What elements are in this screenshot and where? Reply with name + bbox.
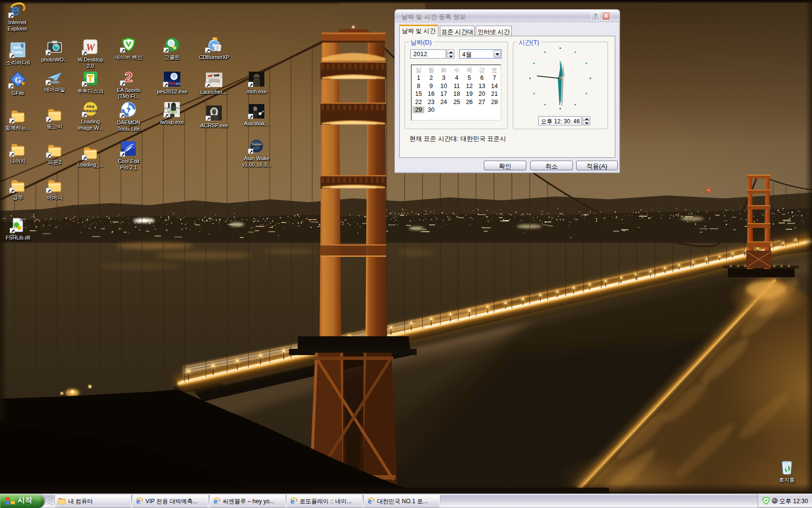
svg-text:FIFA: FIFA bbox=[87, 105, 94, 109]
svg-text:2012: 2012 bbox=[175, 82, 180, 85]
svg-text:sori: sori bbox=[13, 45, 21, 50]
svg-text:6: 6 bbox=[21, 43, 24, 48]
svg-text:2: 2 bbox=[125, 69, 133, 85]
svg-text:G: G bbox=[14, 75, 21, 85]
svg-text:EDT: EDT bbox=[253, 147, 261, 150]
svg-text:PES: PES bbox=[168, 82, 175, 85]
svg-text:Trainer: Trainer bbox=[251, 142, 262, 146]
